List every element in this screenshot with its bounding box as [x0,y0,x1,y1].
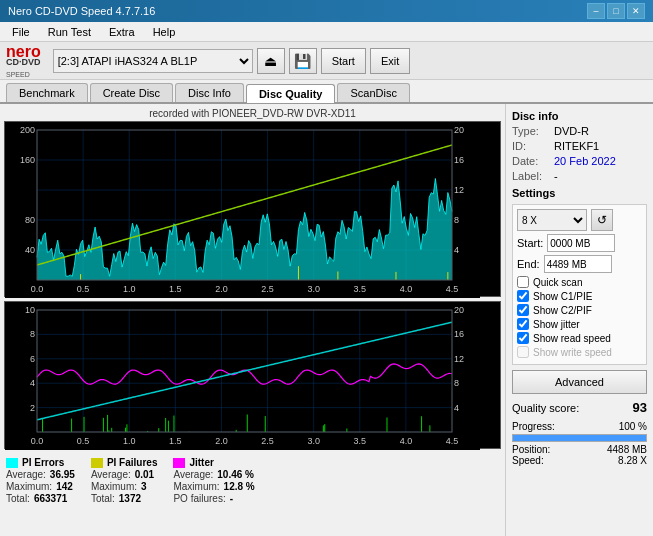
end-label: End: [517,258,540,270]
disc-date-label: Date: [512,155,550,167]
advanced-button[interactable]: Advanced [512,370,647,394]
jitter-avg-value: 10.46 % [217,469,254,480]
drive-select[interactable]: [2:3] ATAPI iHAS324 A BL1P [53,49,253,73]
c2-pif-checkbox[interactable] [517,304,529,316]
write-speed-label: Show write speed [533,347,612,358]
progress-value: 100 % [619,421,647,432]
c1-pie-label[interactable]: Show C1/PIE [533,291,592,302]
quick-scan-label[interactable]: Quick scan [533,277,582,288]
disc-type-row: Type: DVD-R [512,125,647,137]
jitter-checkbox[interactable] [517,318,529,330]
disc-info-title: Disc info [512,110,647,122]
c2-pif-label[interactable]: Show C2/PIF [533,305,592,316]
pi-errors-total-label: Total: [6,493,30,504]
jitter-label[interactable]: Show jitter [533,319,580,330]
legend-pi-errors: PI Errors Average: 36.95 Maximum: 142 To… [6,457,75,504]
tab-disc-quality[interactable]: Disc Quality [246,84,336,103]
pi-failures-max-value: 3 [141,481,147,492]
logo: nero CD·DVD SPEED [6,43,41,79]
refresh-button[interactable]: ↺ [591,209,613,231]
start-input[interactable] [547,234,615,252]
pi-failures-total-label: Total: [91,493,115,504]
speed-select[interactable]: 8 X Max 2 X 4 X 6 X 12 X [517,209,587,231]
logo-speed: SPEED [6,71,30,78]
menu-extra[interactable]: Extra [101,24,143,40]
jitter-label: Jitter [189,457,213,468]
minimize-button[interactable]: – [587,3,605,19]
tab-disc-info[interactable]: Disc Info [175,83,244,102]
tab-benchmark[interactable]: Benchmark [6,83,88,102]
jitter-max-label: Maximum: [173,481,219,492]
chart-top [4,121,501,297]
quality-score: 93 [633,400,647,415]
position-label: Position: [512,444,550,455]
speed-label: Speed: [512,455,544,466]
save-button[interactable]: 💾 [289,48,317,74]
right-panel: Disc info Type: DVD-R ID: RITEKF1 Date: … [505,104,653,536]
disc-date-value: 20 Feb 2022 [554,155,616,167]
progress-label: Progress: [512,421,555,432]
progress-section: Progress: 100 % Position: 4488 MB Speed:… [512,421,647,466]
close-button[interactable]: ✕ [627,3,645,19]
start-label: Start: [517,237,543,249]
disc-date-row: Date: 20 Feb 2022 [512,155,647,167]
write-speed-row: Show write speed [517,346,642,358]
main-content: recorded with PIONEER_DVD-RW DVR-XD11 PI… [0,104,653,536]
jitter-po-value: - [230,493,233,504]
position-value: 4488 MB [607,444,647,455]
start-button[interactable]: Start [321,48,366,74]
chart-title: recorded with PIONEER_DVD-RW DVR-XD11 [4,108,501,119]
c1-pie-checkbox[interactable] [517,290,529,302]
write-speed-checkbox [517,346,529,358]
disc-label-row: Label: - [512,170,647,182]
legend-pi-failures: PI Failures Average: 0.01 Maximum: 3 Tot… [91,457,158,504]
pi-errors-avg-value: 36.95 [50,469,75,480]
quick-scan-row: Quick scan [517,276,642,288]
pi-failures-label: PI Failures [107,457,158,468]
disc-type-value: DVD-R [554,125,589,137]
pi-failures-avg-label: Average: [91,469,131,480]
end-input[interactable] [544,255,612,273]
quality-label: Quality score: [512,402,579,414]
disc-type-label: Type: [512,125,550,137]
tab-create-disc[interactable]: Create Disc [90,83,173,102]
read-speed-label[interactable]: Show read speed [533,333,611,344]
quick-scan-checkbox[interactable] [517,276,529,288]
settings-title: Settings [512,187,647,199]
disc-id-label: ID: [512,140,550,152]
chart-bottom [4,301,501,449]
chart-area: recorded with PIONEER_DVD-RW DVR-XD11 PI… [0,104,505,536]
app-title: Nero CD-DVD Speed 4.7.7.16 [8,5,155,17]
speed-value: 8.28 X [618,455,647,466]
read-speed-row: Show read speed [517,332,642,344]
quality-row: Quality score: 93 [512,400,647,415]
pi-errors-total-value: 663371 [34,493,67,504]
logo-cd: CD·DVD [6,57,41,67]
jitter-avg-label: Average: [173,469,213,480]
read-speed-checkbox[interactable] [517,332,529,344]
jitter-po-label: PO failures: [173,493,225,504]
disc-id-value: RITEKF1 [554,140,599,152]
tab-scandisc[interactable]: ScanDisc [337,83,409,102]
menu-file[interactable]: File [4,24,38,40]
pi-failures-total-value: 1372 [119,493,141,504]
jitter-max-value: 12.8 % [224,481,255,492]
progress-bar-fill [513,435,646,441]
pi-failures-avg-value: 0.01 [135,469,154,480]
jitter-color [173,458,185,468]
eject-button[interactable]: ⏏ [257,48,285,74]
jitter-row: Show jitter [517,318,642,330]
menu-help[interactable]: Help [145,24,184,40]
pi-errors-max-value: 142 [56,481,73,492]
pi-errors-label: PI Errors [22,457,64,468]
pi-errors-max-label: Maximum: [6,481,52,492]
legend: PI Errors Average: 36.95 Maximum: 142 To… [4,453,501,508]
maximize-button[interactable]: □ [607,3,625,19]
exit-button[interactable]: Exit [370,48,410,74]
tabs: Benchmark Create Disc Disc Info Disc Qua… [0,80,653,104]
c2-pif-row: Show C2/PIF [517,304,642,316]
menu-run-test[interactable]: Run Test [40,24,99,40]
disc-label-value: - [554,170,558,182]
window-controls: – □ ✕ [587,3,645,19]
progress-bar [512,434,647,442]
